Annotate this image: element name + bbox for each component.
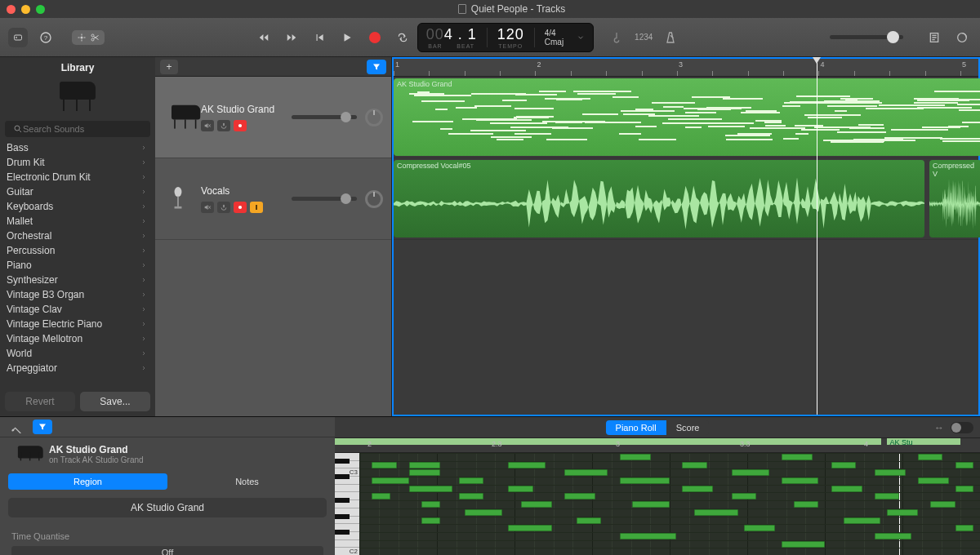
- midi-note[interactable]: [844, 517, 881, 524]
- midi-note[interactable]: [887, 509, 918, 516]
- library-item[interactable]: Mallet: [0, 214, 155, 229]
- view-tab[interactable]: Piano Roll: [606, 420, 666, 435]
- midi-note[interactable]: [782, 541, 825, 548]
- library-item[interactable]: Keyboards: [0, 199, 155, 214]
- library-item[interactable]: Vintage Clav: [0, 302, 155, 317]
- lcd-time-sig[interactable]: 4/4: [545, 29, 564, 38]
- midi-note[interactable]: [564, 493, 595, 500]
- midi-note[interactable]: [956, 525, 974, 531]
- tool-mode-selector[interactable]: [72, 30, 105, 45]
- track-filter-button[interactable]: [367, 60, 386, 74]
- midi-note[interactable]: [694, 509, 737, 516]
- metronome-button[interactable]: [661, 28, 680, 47]
- play-button[interactable]: [337, 28, 357, 47]
- midi-region[interactable]: AK Studio Grand: [394, 78, 980, 156]
- midi-note[interactable]: [831, 462, 856, 468]
- midi-note[interactable]: [956, 486, 974, 492]
- midi-note[interactable]: [682, 486, 713, 492]
- quantise-value[interactable]: Off: [11, 546, 323, 555]
- view-tab[interactable]: Score: [666, 420, 710, 435]
- library-instrument-preview[interactable]: [0, 77, 155, 118]
- midi-note[interactable]: [620, 477, 670, 484]
- minimize-window-button[interactable]: [21, 5, 30, 14]
- midi-note[interactable]: [372, 477, 409, 484]
- midi-note[interactable]: [875, 493, 899, 500]
- audio-region[interactable]: Compressed Vocal#05: [394, 160, 924, 238]
- editor-preset-select[interactable]: AK Studio Grand: [8, 498, 327, 517]
- lcd-tempo[interactable]: 120: [497, 26, 524, 43]
- midi-note[interactable]: [831, 486, 862, 492]
- library-item[interactable]: Synthesizer: [0, 273, 155, 287]
- midi-note[interactable]: [459, 477, 483, 484]
- zoom-window-button[interactable]: [36, 5, 45, 14]
- midi-note[interactable]: [875, 533, 912, 539]
- midi-note[interactable]: [372, 493, 390, 500]
- forward-button[interactable]: [282, 28, 301, 47]
- record-enable-button[interactable]: [234, 202, 247, 213]
- help-button[interactable]: ?: [36, 28, 56, 47]
- track-name[interactable]: AK Studio Grand: [201, 104, 283, 115]
- library-item[interactable]: Vintage Electric Piano: [0, 317, 155, 331]
- piano-roll-grid[interactable]: [359, 453, 980, 555]
- midi-note[interactable]: [421, 517, 440, 524]
- midi-note[interactable]: [956, 462, 974, 468]
- midi-note[interactable]: [794, 501, 818, 508]
- library-item[interactable]: Electronic Drum Kit: [0, 170, 155, 184]
- piano-keyboard[interactable]: C3C2: [335, 453, 359, 555]
- midi-note[interactable]: [409, 462, 440, 468]
- library-item[interactable]: Vintage B3 Organ: [0, 287, 155, 302]
- horizontal-auto-zoom-icon[interactable]: ↔: [934, 422, 944, 433]
- midi-note[interactable]: [620, 533, 675, 539]
- library-item[interactable]: Piano: [0, 258, 155, 273]
- midi-note[interactable]: [508, 462, 546, 468]
- library-item[interactable]: Vintage Mellotron: [0, 331, 155, 346]
- midi-note[interactable]: [782, 454, 813, 460]
- midi-note[interactable]: [577, 517, 601, 524]
- editor-link-toggle[interactable]: [951, 422, 973, 433]
- midi-note[interactable]: [409, 486, 452, 492]
- search-input[interactable]: [5, 121, 150, 137]
- master-volume-slider[interactable]: [830, 35, 903, 39]
- add-track-button[interactable]: +: [160, 60, 178, 74]
- midi-note[interactable]: [930, 501, 955, 508]
- lcd-mode-button[interactable]: [573, 26, 588, 49]
- library-item[interactable]: Guitar: [0, 184, 155, 199]
- library-item[interactable]: Orchestral: [0, 229, 155, 243]
- library-item[interactable]: Drum Kit: [0, 155, 155, 170]
- audio-region[interactable]: Compressed V: [929, 160, 980, 238]
- midi-note[interactable]: [465, 509, 502, 516]
- editor-ruler[interactable]: AK Stu22.333.34: [335, 438, 980, 453]
- midi-note[interactable]: [508, 525, 551, 531]
- track-volume-slider[interactable]: [292, 115, 357, 119]
- track-lane[interactable]: Compressed Vocal#05Compressed V: [394, 158, 978, 240]
- loops-button[interactable]: [952, 28, 972, 47]
- midi-note[interactable]: [732, 493, 756, 500]
- go-to-start-button[interactable]: [310, 28, 329, 47]
- mute-button[interactable]: [201, 202, 214, 213]
- midi-note[interactable]: [372, 462, 396, 468]
- lcd-display[interactable]: 004 . 1 BAR BEAT 120 TEMPO 4/4 Cmaj: [417, 23, 594, 52]
- midi-note[interactable]: [682, 462, 706, 468]
- solo-button[interactable]: [217, 120, 230, 131]
- input-monitor-button[interactable]: I: [250, 202, 263, 213]
- mute-button[interactable]: [201, 120, 214, 131]
- midi-note[interactable]: [782, 477, 819, 484]
- record-enable-button[interactable]: [234, 120, 247, 131]
- track-pan-knob[interactable]: [365, 190, 383, 208]
- tuner-button[interactable]: [607, 28, 626, 47]
- midi-note[interactable]: [564, 469, 608, 476]
- slider-thumb[interactable]: [887, 31, 899, 43]
- close-window-button[interactable]: [7, 5, 16, 14]
- midi-note[interactable]: [508, 486, 532, 492]
- rewind-button[interactable]: [254, 28, 274, 47]
- midi-note[interactable]: [620, 454, 651, 460]
- library-toggle-button[interactable]: [8, 28, 28, 47]
- midi-note[interactable]: [409, 469, 440, 476]
- lcd-key[interactable]: Cmaj: [545, 38, 564, 47]
- midi-note[interactable]: [744, 525, 775, 531]
- notepad-button[interactable]: [924, 28, 944, 47]
- track-pan-knob[interactable]: [365, 109, 383, 127]
- track-header[interactable]: Vocals I: [155, 158, 391, 240]
- track-header[interactable]: AK Studio Grand: [155, 77, 391, 158]
- midi-note[interactable]: [421, 501, 440, 508]
